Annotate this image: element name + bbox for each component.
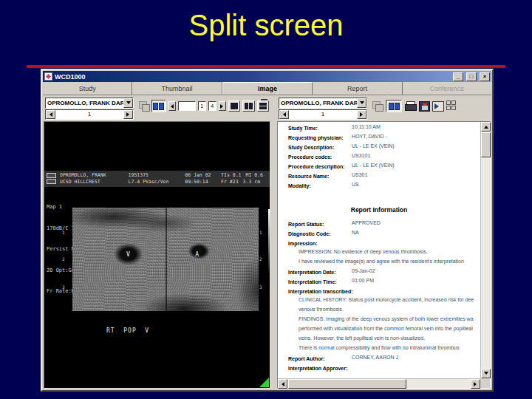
- vessel-label-artery: A: [195, 251, 199, 258]
- grayscale-bar: [268, 209, 270, 273]
- scroll-right-icon[interactable]: [471, 379, 480, 389]
- report-pane: OPROMOLLO, FRANK DARI 1: [277, 97, 491, 389]
- layout-single-icon[interactable]: [228, 100, 240, 112]
- patient-combo-left[interactable]: OPROMOLLO, FRANK DARI: [45, 98, 134, 109]
- report-information-title: Report Information: [278, 206, 480, 214]
- scroll-left-icon[interactable]: [278, 379, 287, 389]
- horizontal-scroll-thumb[interactable]: [288, 379, 406, 389]
- left-toolbar-icons: 1 4: [138, 100, 269, 112]
- next-image-button[interactable]: [357, 110, 366, 119]
- export-icon[interactable]: [432, 101, 444, 112]
- split-view-icon[interactable]: [386, 100, 402, 112]
- report-area: Study Time: 10:11:10 AM Requesting physi…: [277, 121, 491, 389]
- layout-cell-blank[interactable]: [178, 101, 196, 111]
- tab-conference[interactable]: Conference: [403, 82, 491, 95]
- right-toolbar-icons: [372, 100, 489, 112]
- patient-combo-right-value: OPROMOLLO, FRANK DARI: [279, 100, 357, 106]
- field-row: Interpretation transcribed:: [278, 287, 480, 297]
- scrollbar-corner: [480, 378, 490, 388]
- transcription-line: performed with visualization from the co…: [278, 326, 480, 335]
- layout-next-icon[interactable]: [219, 101, 226, 111]
- transcription-line: There is normal compressibility and flow…: [278, 345, 480, 355]
- image-page-spinner-left: 1: [45, 109, 134, 120]
- patient-combo-left-value: OPROMOLLO, FRANK DARI: [46, 100, 123, 106]
- ultrasound-header: OPROMOLLO, FRANK UCSD HILLCREST 1951375 …: [44, 171, 270, 187]
- title-underline: [27, 65, 505, 68]
- layout-prev-icon[interactable]: [168, 101, 176, 111]
- field-row: Procedure description: UL - LE EX (VEIN): [278, 163, 480, 172]
- scroll-up-icon[interactable]: [481, 122, 491, 132]
- vertical-scrollbar[interactable]: [480, 122, 490, 378]
- tab-image[interactable]: Image: [222, 82, 313, 95]
- transcription-line: veins. However, the left popliteal vein …: [278, 335, 480, 345]
- cascade-icon[interactable]: [138, 100, 149, 112]
- layout-cell-1[interactable]: 1: [198, 101, 206, 111]
- prev-image-button[interactable]: [46, 110, 55, 119]
- tab-bar: Study Thumbnail Image Report Conference: [43, 82, 491, 95]
- output-info: TIs 0.1MI 0.6 Fr #233.3 cm: [221, 172, 267, 185]
- prev-image-button[interactable]: [279, 110, 289, 119]
- cascade-icon[interactable]: [372, 100, 383, 112]
- save-icon[interactable]: [419, 101, 430, 112]
- ultrasound-image[interactable]: V A: [72, 208, 259, 311]
- us-date: 06 Jan 02: [185, 172, 217, 179]
- split-content: OPROMOLLO, FRANK DARI 1 1 4: [44, 97, 491, 389]
- slide-title: Split screen: [0, 9, 532, 42]
- ultrasound-viewer[interactable]: OPROMOLLO, FRANK UCSD HILLCREST 1951375 …: [44, 121, 270, 389]
- minimize-button[interactable]: _: [453, 72, 463, 81]
- depth-ruler-left: 1 2 3: [62, 208, 71, 311]
- field-row: Procedure codes: US3101: [278, 153, 480, 163]
- layout-two-horizontal-icon[interactable]: [257, 100, 269, 112]
- right-toolbar: OPROMOLLO, FRANK DARI 1: [277, 97, 491, 121]
- scroll-down-icon[interactable]: [481, 369, 491, 378]
- tab-report[interactable]: Report: [313, 82, 402, 95]
- layout-cell-4[interactable]: 4: [208, 101, 216, 111]
- layout-two-vertical-icon[interactable]: [242, 100, 255, 112]
- image-layout-grid-icon[interactable]: [446, 100, 457, 112]
- application-window: WCD1000 _ □ × Study Thumbnail Image Repo…: [41, 69, 494, 392]
- pane-divider: [270, 97, 277, 389]
- close-button[interactable]: ×: [480, 72, 490, 81]
- vessel-label-vein: V: [126, 251, 130, 258]
- field-row: Report Author: CORNEY, AARON J: [278, 355, 480, 364]
- field-row: Interpretation Date: 09-Jan-02: [278, 268, 480, 278]
- tab-thumbnail[interactable]: Thumbnail: [132, 82, 222, 95]
- impression-line: I have reviewed the image(s) and agree w…: [278, 259, 480, 268]
- image-page-spinner-right: 1: [279, 109, 367, 120]
- image-page-value: 1: [289, 110, 357, 119]
- collapse-pane-icon[interactable]: [261, 98, 267, 100]
- window-titlebar[interactable]: WCD1000 _ □ ×: [43, 71, 491, 82]
- app-icon: [44, 72, 52, 81]
- exam-info: 1951375 L7-4 PVasc/Ven: [129, 172, 182, 185]
- split-view-icon[interactable]: [151, 100, 166, 112]
- chevron-down-icon[interactable]: [123, 98, 133, 108]
- resize-corner-handle[interactable]: [259, 378, 269, 387]
- maximize-button[interactable]: □: [466, 72, 477, 81]
- horizontal-scrollbar[interactable]: [278, 378, 480, 388]
- us-frame: Fr #23: [221, 179, 238, 185]
- next-image-button[interactable]: [123, 110, 133, 119]
- transcription-line: venous thrombosis.: [278, 307, 480, 316]
- us-mi: MI 0.6: [246, 172, 263, 178]
- window-title: WCD1000: [55, 73, 450, 81]
- field-row: Requesting physician: HOYT, DAVID -: [278, 134, 480, 143]
- print-icon[interactable]: [404, 100, 417, 112]
- field-row: Interpretation Approver:: [278, 364, 480, 374]
- vertical-scroll-thumb[interactable]: [481, 132, 491, 157]
- chevron-down-icon[interactable]: [357, 98, 366, 108]
- field-row: Impression:: [278, 239, 480, 249]
- image-page-value: 1: [55, 110, 123, 119]
- patient-combo-right[interactable]: OPROMOLLO, FRANK DARI: [279, 98, 367, 109]
- field-row: Study Description: UL - LE EX (VEIN): [278, 143, 480, 153]
- us-mrn: 1951375: [129, 172, 182, 179]
- tab-study[interactable]: Study: [43, 82, 132, 95]
- left-toolbar: OPROMOLLO, FRANK DARI 1 1 4: [44, 97, 270, 121]
- us-probe: L7-4 PVasc/Ven: [129, 179, 182, 185]
- datetime-info: 06 Jan 02 09:50:14: [185, 172, 217, 185]
- slide: Split screen WCD1000 _ □ × Study Thumbna…: [0, 0, 532, 399]
- impression-line: IMPRESSION: No evidence of deep venous t…: [278, 249, 480, 259]
- depth-ruler-right: 1 2 3: [259, 208, 268, 311]
- us-depth: 3.3 cm: [243, 179, 260, 185]
- us-tis: TIs 0.1: [221, 172, 241, 178]
- scanner-logo-icon: [47, 172, 56, 185]
